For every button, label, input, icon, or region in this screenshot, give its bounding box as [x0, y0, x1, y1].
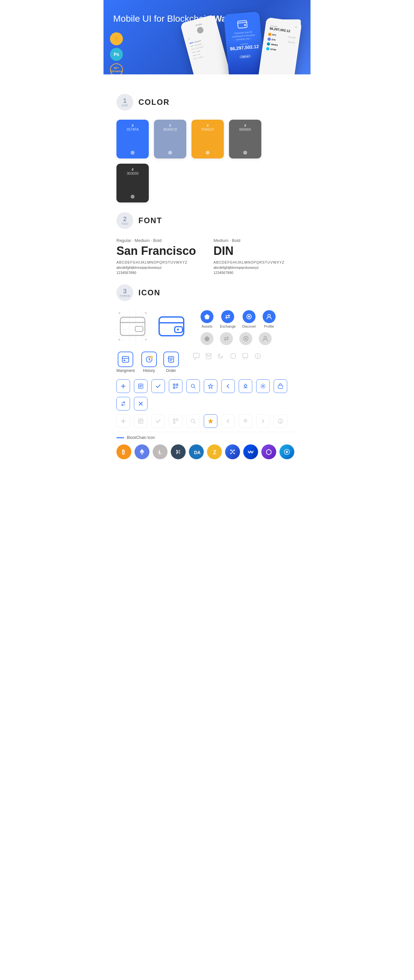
svg-rect-31 — [193, 353, 199, 358]
svg-rect-41 — [174, 385, 175, 385]
search-icon-gray — [186, 414, 200, 428]
moon-icon — [217, 352, 225, 361]
ethereum-icon — [135, 444, 150, 459]
history-icon — [141, 352, 157, 367]
list-icon-gray — [134, 414, 148, 428]
color-swatch-dark: # 303030 — [116, 164, 149, 202]
font-section-header: 2 TWO FONT — [116, 212, 298, 229]
share-icon-gray — [239, 414, 252, 428]
svg-point-33 — [231, 353, 236, 359]
nav-icon-exchange: Exchange — [220, 310, 236, 328]
font-grid: Regular · Medium · Bold San Francisco AB… — [116, 238, 298, 275]
svg-marker-57 — [140, 449, 144, 453]
svg-rect-13 — [135, 326, 143, 331]
svg-point-3 — [244, 24, 246, 26]
svg-rect-26 — [124, 360, 125, 361]
qr-icon-gray — [169, 414, 182, 428]
order-icon — [163, 352, 179, 367]
svg-marker-21 — [204, 336, 210, 341]
svg-rect-49 — [174, 419, 175, 420]
divider — [116, 432, 298, 432]
svg-rect-30 — [168, 358, 169, 359]
dash-icon: DASH — [189, 444, 204, 459]
waves-icon — [243, 444, 258, 459]
svg-rect-50 — [176, 419, 178, 420]
plus-icon-gray — [116, 414, 130, 428]
color-dot — [168, 151, 172, 154]
icon-section-badge: 3 THREE — [116, 284, 133, 301]
svg-rect-47 — [278, 385, 283, 388]
mgmt-icon-order: Order — [163, 352, 179, 373]
svg-point-16 — [177, 329, 179, 331]
nav-icon-discover: Discover — [242, 310, 256, 328]
discover-icon — [243, 310, 256, 323]
exchange-icon — [221, 310, 234, 323]
circle-icon — [229, 352, 238, 361]
small-icons-row — [192, 352, 262, 361]
phone-mockup-1: Profile AI Mainwant Message Red Callec N… — [180, 14, 231, 75]
settings-icon — [256, 379, 270, 393]
screens-badge: 60+Screens — [110, 64, 123, 75]
qr-icon — [169, 379, 182, 393]
color-swatch-gray-blue: # 8DA0C8 — [154, 120, 186, 159]
star-icon-active — [204, 414, 217, 428]
svg-rect-2 — [237, 21, 247, 28]
share-icon — [239, 379, 252, 393]
color-swatches: # 3574FA # 8DA0C8 # F5A623 # 666666 # 30… — [116, 120, 298, 202]
grid-icon — [225, 444, 240, 459]
font-block-din: Medium · Bold DIN ABCDEFGHIJKLMNOPQRSTUV… — [213, 238, 298, 275]
svg-text:₿: ₿ — [122, 449, 125, 455]
profile-icon — [263, 310, 275, 323]
search-icon — [186, 379, 200, 393]
nav-icon-assets-gray — [201, 332, 213, 345]
svg-marker-53 — [208, 419, 213, 423]
litecoin-icon: Ł — [153, 444, 167, 459]
svg-point-24 — [264, 336, 266, 339]
export-icon — [274, 379, 287, 393]
back-icon — [221, 379, 235, 393]
svg-marker-45 — [208, 384, 213, 388]
color-swatch-blue: # 3574FA — [116, 120, 149, 159]
wallet-wireframe-svg — [116, 310, 149, 342]
check-icon — [151, 379, 165, 393]
blockchain-label: BlockChain Icon — [116, 435, 298, 440]
speech-icon — [241, 352, 250, 361]
toolbar-icons-blue — [116, 379, 298, 410]
close-icon — [134, 397, 148, 410]
phone-mockup-2: Character may be manifested in the great… — [223, 12, 264, 75]
nav-icon-profile: Profile — [263, 310, 275, 328]
discover-icon-gray — [239, 332, 252, 345]
mgmt-icons-row: Mangment History Order — [116, 352, 298, 373]
bitshares-icon — [171, 444, 186, 459]
svg-line-69 — [232, 450, 234, 452]
profile-icon-gray — [259, 332, 272, 345]
svg-marker-72 — [266, 449, 271, 455]
nav-icon-assets: Assets — [201, 310, 213, 328]
font-block-sf: Regular · Medium · Bold San Francisco AB… — [116, 238, 201, 275]
swap-icon — [116, 397, 130, 410]
polygon-icon — [261, 444, 276, 459]
wallet-icon-wireframe-container — [116, 310, 149, 342]
color-section-header: 1 ONE COLOR — [116, 94, 298, 111]
back-icon-gray — [221, 414, 235, 428]
wallet-icon-filled — [155, 310, 188, 342]
wallet-filled-svg — [158, 315, 184, 338]
bancor-icon — [279, 444, 295, 459]
color-dot — [131, 195, 135, 199]
toolbar-icons-gray — [116, 414, 298, 428]
svg-text:Z: Z — [213, 450, 217, 455]
svg-rect-51 — [174, 422, 175, 423]
exchange-icon-gray — [220, 332, 233, 345]
color-dot — [131, 151, 135, 154]
check-icon-gray — [151, 414, 165, 428]
svg-rect-43 — [174, 387, 175, 388]
hero-section: Mobile UI for Blockchain Wallet UI Kit P… — [104, 0, 310, 75]
svg-line-68 — [231, 450, 232, 452]
color-section-badge: 1 ONE — [116, 94, 133, 111]
tool-badges: Ps 60+Screens — [110, 32, 123, 75]
phones-area: Profile AI Mainwant Message Red Callec N… — [188, 3, 310, 75]
bitcoin-icon: ₿ — [116, 444, 131, 459]
svg-text:Ł: Ł — [158, 450, 162, 455]
nav-icon-exchange-gray — [220, 332, 233, 345]
svg-rect-42 — [177, 385, 178, 385]
